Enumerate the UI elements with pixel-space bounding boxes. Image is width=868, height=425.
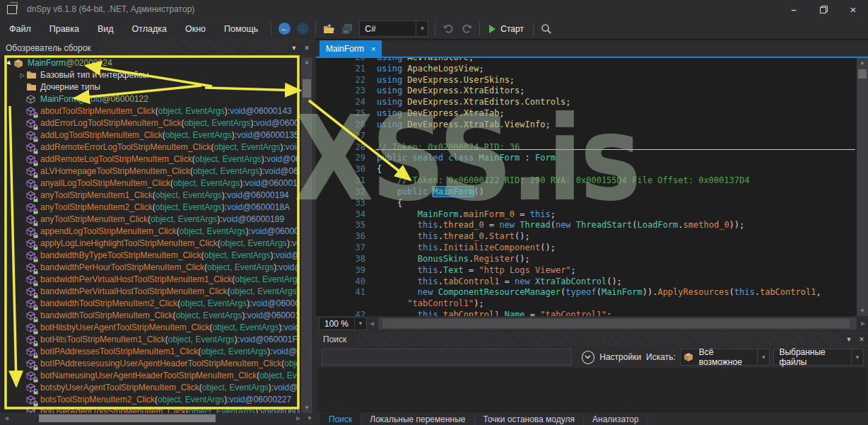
scroll-up-icon[interactable]: ▲ (857, 58, 868, 68)
restore-button[interactable] (809, 0, 838, 18)
navigate-forward-button[interactable]: → (293, 21, 312, 37)
tree-item-method[interactable]: anyallLogToolStripMenuItem_Click(object,… (0, 177, 300, 190)
editor-horizontal-scrollbar[interactable] (378, 318, 857, 330)
menu-item-3[interactable]: Вид (88, 24, 123, 34)
tree-item-base-types[interactable]: ▷Базовый тип и интерфейсы (0, 69, 300, 81)
expander-collapsed-icon[interactable]: ▷ (18, 69, 26, 81)
ctor-icon (26, 95, 37, 105)
menu-item-6[interactable]: Помощь (215, 24, 267, 34)
search-scope-select[interactable]: Всё возможное ▼ (680, 349, 770, 366)
language-select[interactable]: C# ▼ (359, 21, 428, 37)
close-button[interactable]: × (838, 0, 868, 18)
search-files-select[interactable]: Выбранные файлы ▼ (773, 349, 864, 366)
tree-item-method[interactable]: bandwidthByTypeToolStripMenuItem_Click(o… (0, 250, 300, 262)
scroll-down-icon[interactable]: ▼ (857, 306, 868, 316)
scroll-left-icon[interactable]: ◀ (367, 320, 377, 327)
start-button[interactable]: Старт (483, 21, 529, 37)
menu-item-1[interactable]: Файл (0, 24, 40, 34)
search-results-area[interactable] (317, 368, 867, 412)
tree-item-method[interactable]: aboutToolStripMenuItem_Click(object, Eve… (0, 105, 300, 117)
tree-item-method[interactable]: addRemoteErrorLogToolStripMenuItem_Click… (0, 141, 300, 153)
redo-icon (462, 24, 472, 33)
scroll-thumb[interactable] (858, 69, 867, 78)
open-file-button[interactable] (319, 21, 338, 37)
tree-item-method[interactable]: addRemoteLogToolStripMenuItem_Click(obje… (0, 153, 300, 165)
scroll-down-icon[interactable]: ▼ (301, 403, 312, 413)
tree-item-method[interactable]: aLVHomepageToolStripMenuItem_Click(objec… (0, 165, 300, 177)
navigate-back-button[interactable]: ← (275, 21, 293, 37)
tree-item-method[interactable]: bandwidthToolStripMenuItem2_Click(object… (0, 298, 300, 310)
undo-button[interactable] (439, 21, 457, 37)
search-assemblies-button[interactable] (537, 21, 556, 37)
tree-item-method[interactable]: anyToolStripMenuItem_Click(object, Event… (0, 214, 300, 226)
tree-item-method[interactable]: botsbyUserAgentToolStripMenuItem_Click(o… (0, 382, 300, 394)
editor-vertical-scrollbar[interactable]: ▲ ▼ (857, 58, 868, 316)
tree-item-method[interactable]: bandwidthToolStripMenuItem_Click(object,… (0, 310, 300, 322)
bottom-tab-3[interactable]: Точки останова модуля (475, 413, 585, 425)
tree-item-method[interactable]: botHitsToolStripMenuItem1_Click(object, … (0, 334, 300, 346)
scroll-right-icon[interactable]: ▶ (293, 415, 303, 421)
panel-close-button[interactable]: × (300, 42, 313, 54)
settings-label[interactable]: Настройки (599, 352, 641, 362)
panel-menu-button[interactable]: ▼ (843, 334, 855, 345)
bottom-tab-4[interactable]: Анализатор (584, 413, 648, 425)
method-icon (26, 407, 37, 414)
tree-item-method[interactable]: anyToolStripMenuItem1_Click(object, Even… (0, 190, 300, 202)
tree-item-method[interactable]: botIPAddressesusingUserAgentHeaderToolSt… (0, 358, 300, 370)
search-input[interactable] (322, 349, 572, 366)
bottom-tab-1[interactable]: Поиск (320, 413, 361, 425)
tree-item-method[interactable]: botIPAddressesToolStripMenuItem1_Click(o… (0, 346, 300, 358)
menu-item-5[interactable]: Окно (176, 24, 215, 34)
tree-item-method[interactable]: bandwidthPerVirtualHostToolStripMenuItem… (0, 274, 300, 286)
code-editor[interactable]: 20using AevTWinStore;21using ApacheLogsV… (316, 58, 857, 316)
tree-item-method[interactable]: applyLogLineHighlightToolStripMenuItem_C… (0, 238, 300, 250)
save-all-icon (342, 24, 353, 34)
code-line: 33 { (316, 198, 857, 209)
zoom-select[interactable]: 100 % ▼ (319, 317, 367, 330)
search-panel-header: Поиск ▼ × (316, 332, 868, 347)
tree-item-class-mainform[interactable]: ▶MainForm @02000024 (0, 57, 300, 69)
settings-chevron-icon[interactable] (582, 351, 595, 364)
scroll-thumb[interactable] (39, 414, 216, 422)
search-scope-value: Всё возможное (694, 347, 758, 367)
code-line: 34 MainForm.mainForm_0 = this; (316, 209, 857, 221)
scroll-left-icon[interactable]: ◀ (1, 415, 11, 421)
panel-menu-button[interactable]: ▼ (288, 42, 300, 54)
menu-item-2[interactable]: Правка (40, 24, 88, 34)
bottom-tab-2[interactable]: Локальные переменные (361, 413, 474, 425)
bottom-strip: ◀ ▶ ▼ ПоискЛокальные переменныеТочки ост… (0, 413, 868, 425)
method-icon (26, 191, 37, 201)
scroll-right-icon[interactable]: ▶ (858, 320, 868, 327)
tree-item-method[interactable]: addErrorLogToolStripMenuItem_Click(objec… (0, 117, 300, 129)
tree-item-method[interactable]: botNameusingUserAgentHeaderToolStripMenu… (0, 370, 300, 382)
method-icon (26, 251, 37, 261)
scroll-down-icon[interactable]: ▼ (305, 415, 315, 421)
tree-item-method[interactable]: bandwidthPerVirtualHostToolStripMenuItem… (0, 286, 300, 298)
toolbar-separator (435, 22, 435, 36)
tree-item-method[interactable]: botUserAgentToolStripMenuItem_Click(obje… (0, 406, 300, 413)
save-all-button[interactable] (338, 21, 356, 37)
method-icon (26, 119, 37, 129)
search-panel-title: Поиск (316, 332, 355, 347)
tree-vertical-scrollbar[interactable]: ▲ ▼ (301, 57, 312, 413)
scroll-thumb[interactable] (303, 79, 311, 98)
tree-item-method[interactable]: anyToolStripMenuItem2_Click(object, Even… (0, 202, 300, 214)
tree-item-method[interactable]: addLogToolStripMenuItem_Click(object, Ev… (0, 129, 300, 141)
scroll-up-icon[interactable]: ▲ (301, 57, 312, 67)
tree-item-method[interactable]: appendLogToolStripMenuItem_Click(object,… (0, 226, 300, 238)
assembly-tree[interactable]: ▶MainForm @02000024▷Базовый тип и интерф… (0, 57, 300, 413)
tree-item-constructor[interactable]: MainForm() : void @06000122 (0, 93, 300, 105)
panel-close-button[interactable]: × (855, 334, 868, 345)
menu-item-4[interactable]: Отладка (123, 24, 176, 34)
tree-horizontal-scrollbar[interactable]: ◀ ▶ ▼ (0, 413, 313, 424)
restore-icon (820, 6, 828, 13)
tree-item-method[interactable]: bandwidthPerHourToolStripMenuItem_Click(… (0, 262, 300, 274)
scroll-thumb[interactable] (382, 319, 850, 328)
tree-item-method[interactable]: botsToolStripMenuItem2_Click(object, Eve… (0, 394, 300, 406)
minimize-button[interactable]: – (779, 0, 809, 18)
tab-close-icon[interactable]: × (371, 45, 375, 53)
tab-mainform[interactable]: MainForm × (319, 40, 382, 57)
tree-item-method[interactable]: botHitsbyUserAgentToolStripMenuItem_Clic… (0, 322, 300, 334)
tree-item-derived-types[interactable]: Дочерние типы (0, 81, 300, 93)
redo-button[interactable] (457, 21, 476, 37)
